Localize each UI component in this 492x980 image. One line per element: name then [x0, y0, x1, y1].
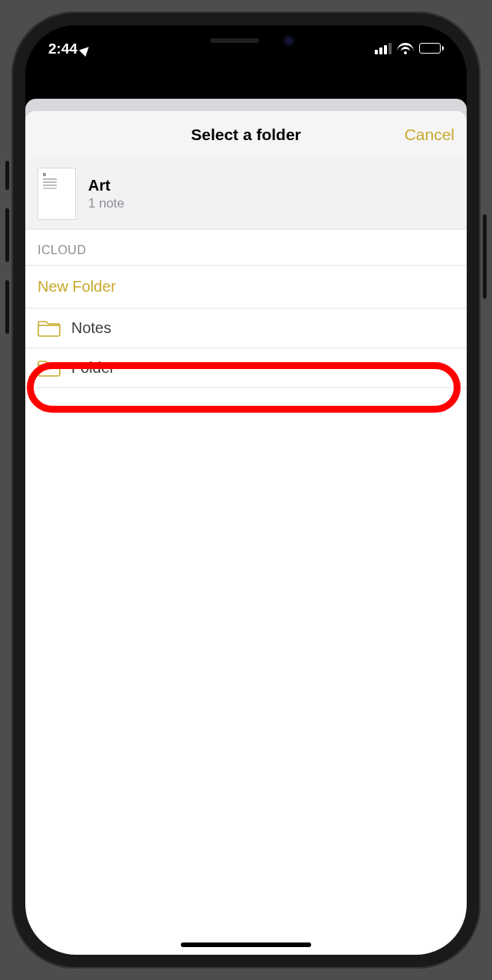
folder-row-folder[interactable]: Folder	[25, 348, 467, 388]
hardware-buttons-left	[5, 161, 9, 352]
note-being-moved: Art 1 note	[25, 158, 467, 230]
cellular-icon	[375, 43, 392, 54]
modal-header: Select a folder Cancel	[25, 111, 467, 158]
note-count-label: 1 note	[88, 196, 124, 211]
folder-label: Folder	[71, 359, 115, 377]
phone-frame: 2:44 Select a folder	[11, 11, 481, 969]
modal-sheet: Select a folder Cancel Art 1 note ICLOUD…	[25, 111, 467, 955]
wifi-icon	[397, 42, 414, 54]
battery-icon	[419, 43, 444, 54]
folder-icon	[38, 360, 61, 377]
volume-down-button	[5, 280, 9, 334]
screen: 2:44 Select a folder	[25, 25, 467, 955]
folder-list: NotesFolder	[25, 309, 467, 388]
section-header-icloud: ICLOUD	[25, 230, 467, 266]
folder-row-notes[interactable]: Notes	[25, 309, 467, 348]
status-time: 2:44	[48, 41, 77, 57]
notch	[155, 25, 337, 54]
folder-icon	[38, 320, 61, 337]
volume-up-button	[5, 208, 9, 262]
new-folder-button[interactable]: New Folder	[25, 266, 467, 309]
mute-switch	[5, 161, 9, 190]
note-thumbnail-icon	[38, 168, 76, 220]
note-title: Art	[88, 176, 124, 194]
side-button	[483, 214, 487, 299]
location-icon	[79, 44, 92, 57]
device-bezel: 2:44 Select a folder	[0, 0, 492, 980]
folder-label: Notes	[71, 319, 111, 337]
modal-title: Select a folder	[25, 126, 467, 144]
home-indicator[interactable]	[181, 942, 311, 947]
cancel-button[interactable]: Cancel	[405, 126, 454, 144]
